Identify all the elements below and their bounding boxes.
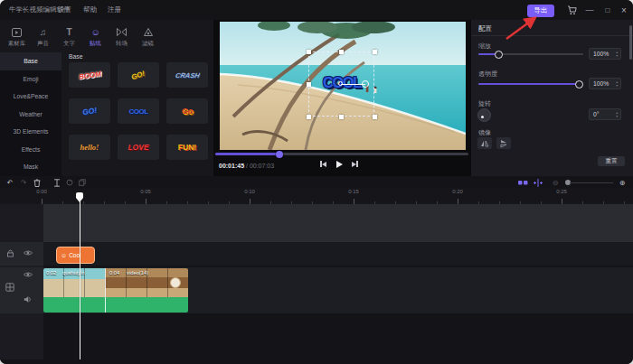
selection-handle[interactable] bbox=[373, 50, 377, 54]
clip2-duration: 0:04 bbox=[109, 270, 119, 275]
menu-register[interactable]: 注册 bbox=[108, 5, 121, 14]
sticker-thumb-crash[interactable]: CRASH bbox=[166, 62, 208, 88]
flip-vertical-icon bbox=[500, 139, 507, 148]
asset-panel: 素材库 ♫ 声音 T 文字 ☺ 贴纸 转场 bbox=[0, 20, 213, 176]
flip-horizontal-button[interactable] bbox=[477, 137, 492, 149]
play-button[interactable] bbox=[336, 161, 343, 168]
tab-sticker[interactable]: ☺ 贴纸 bbox=[82, 23, 109, 51]
timeline-zoom-in-button[interactable]: ⊕ bbox=[617, 178, 628, 187]
sticker-anchor-handle[interactable] bbox=[338, 81, 343, 86]
smiley-icon: ☺ bbox=[61, 252, 67, 258]
lock-icon[interactable] bbox=[6, 249, 14, 257]
flip-vertical-button[interactable] bbox=[496, 137, 511, 149]
sticker-track-header bbox=[0, 242, 43, 266]
tab-text[interactable]: T 文字 bbox=[56, 23, 82, 51]
maximize-button[interactable]: □ bbox=[600, 3, 615, 17]
category-weather[interactable]: Weather bbox=[0, 106, 61, 124]
scale-slider-handle[interactable] bbox=[495, 51, 503, 59]
media-library-icon bbox=[12, 26, 22, 38]
scale-slider[interactable] bbox=[478, 53, 583, 55]
opacity-value-box[interactable]: 100% ▲▼ bbox=[589, 78, 621, 89]
sticker-thumb-hello[interactable]: hello! bbox=[69, 135, 110, 160]
seek-bar-fill bbox=[215, 153, 279, 155]
timeline-ruler[interactable]: 0:00 0:05 0:10 0:15 0:20 0:25 bbox=[0, 188, 633, 204]
category-love-peace[interactable]: Love&Peace bbox=[0, 88, 61, 106]
selection-handle[interactable] bbox=[339, 50, 344, 54]
category-mask[interactable]: Mask bbox=[0, 158, 61, 176]
undo-button[interactable]: ↶ bbox=[5, 178, 15, 187]
rotation-value-box[interactable]: 0° ▲▼ bbox=[589, 108, 621, 120]
timecode: 00:01:45 / 00:07:03 bbox=[219, 163, 274, 169]
sticker-track-lane[interactable] bbox=[43, 242, 633, 266]
eye-icon[interactable] bbox=[24, 271, 33, 278]
scale-label: 缩放 bbox=[478, 42, 491, 51]
selection-handle[interactable] bbox=[339, 115, 344, 119]
properties-panel: 配置 缩放 100% ▲▼ 透明度 100% ▲▼ 旋转 0° ▲▼ 镜像 bbox=[470, 20, 633, 176]
redo-button[interactable]: ↷ bbox=[18, 178, 29, 187]
copy-icon bbox=[79, 179, 86, 186]
rotation-knob[interactable] bbox=[477, 108, 491, 122]
menu-help[interactable]: 帮助 bbox=[83, 5, 97, 14]
track-view-button[interactable] bbox=[517, 178, 528, 187]
playhead-line bbox=[80, 200, 80, 359]
stepper-arrows[interactable]: ▲▼ bbox=[616, 109, 619, 119]
stepper-arrows[interactable]: ▲▼ bbox=[616, 49, 619, 59]
sticker-thumb-boom[interactable]: BOOM bbox=[69, 62, 110, 88]
title-bar: 牛学长视频编辑软件 设置 帮助 注册 导出 — □ × bbox=[0, 0, 633, 20]
stepper-arrows[interactable]: ▲▼ bbox=[616, 79, 619, 89]
cart-icon[interactable] bbox=[564, 3, 579, 17]
delete-button[interactable] bbox=[32, 178, 43, 187]
tab-audio[interactable]: ♫ 声音 bbox=[30, 23, 56, 51]
video-canvas[interactable]: COOL bbox=[220, 22, 466, 150]
export-button[interactable]: 导出 bbox=[527, 5, 554, 17]
preview-seek-bar[interactable] bbox=[215, 153, 468, 155]
video-clip[interactable]: 0:02 qushuiyin 0:04 video(14) bbox=[43, 268, 188, 313]
opacity-slider[interactable] bbox=[478, 83, 583, 85]
category-3d-elements[interactable]: 3D Elements bbox=[0, 123, 61, 141]
rotation-label: 旋转 bbox=[478, 99, 491, 108]
copy-button[interactable] bbox=[77, 178, 88, 187]
video-track-header bbox=[0, 267, 43, 313]
next-frame-button[interactable] bbox=[352, 161, 358, 167]
crop-button[interactable] bbox=[64, 178, 75, 187]
clip-split-line[interactable] bbox=[105, 268, 106, 313]
sticker-thumb-go-yellow[interactable]: GO! bbox=[118, 62, 159, 88]
prev-frame-button[interactable] bbox=[320, 161, 326, 167]
category-base[interactable]: Base bbox=[0, 52, 61, 70]
volume-icon[interactable] bbox=[24, 295, 33, 303]
category-effects[interactable]: Effects bbox=[0, 141, 61, 159]
playback-controls: 00:01:45 / 00:07:03 16:9 ▾ bbox=[213, 157, 470, 176]
sticker-thumb-fun[interactable]: FUN! bbox=[166, 135, 208, 160]
mirror-label: 镜像 bbox=[478, 128, 491, 137]
reset-button[interactable]: 重置 bbox=[598, 156, 625, 166]
timeline-zoom-slider[interactable] bbox=[570, 182, 613, 184]
scrollbar-thumb[interactable] bbox=[629, 25, 632, 60]
selection-handle[interactable] bbox=[307, 82, 311, 87]
tab-transition[interactable]: 转场 bbox=[109, 23, 135, 51]
selection-handle[interactable] bbox=[307, 50, 311, 54]
menu-settings[interactable]: 设置 bbox=[58, 5, 71, 14]
selection-handle[interactable] bbox=[307, 115, 311, 119]
close-button[interactable]: × bbox=[617, 3, 631, 17]
sticker-thumb-go-blue[interactable]: GO! bbox=[69, 98, 110, 124]
split-button[interactable] bbox=[52, 178, 62, 187]
category-emoji[interactable]: Emoji bbox=[0, 70, 61, 89]
snap-toggle-button[interactable] bbox=[533, 178, 543, 187]
sticker-thumb-love[interactable]: LOVE bbox=[118, 135, 159, 160]
selection-handle[interactable] bbox=[373, 115, 377, 119]
opacity-slider-handle[interactable] bbox=[575, 80, 583, 89]
audio-icon: ♫ bbox=[40, 26, 47, 38]
film-icon bbox=[5, 283, 14, 292]
sticker-rotate-handle[interactable] bbox=[362, 80, 369, 88]
timeline-zoom-out-button[interactable]: ⊖ bbox=[550, 178, 561, 187]
scale-value-box[interactable]: 100% ▲▼ bbox=[589, 48, 621, 60]
clip1-duration: 0:02 bbox=[46, 270, 56, 275]
playhead[interactable] bbox=[76, 192, 83, 359]
sticker-thumb-go-red[interactable]: Go bbox=[166, 98, 208, 124]
tab-filter[interactable]: 滤镜 bbox=[135, 23, 161, 51]
eye-icon[interactable] bbox=[24, 249, 33, 257]
trash-icon bbox=[33, 179, 41, 187]
tab-media-library[interactable]: 素材库 bbox=[4, 23, 30, 51]
sticker-thumb-cool[interactable]: COOL bbox=[118, 98, 159, 124]
minimize-button[interactable]: — bbox=[582, 3, 597, 17]
